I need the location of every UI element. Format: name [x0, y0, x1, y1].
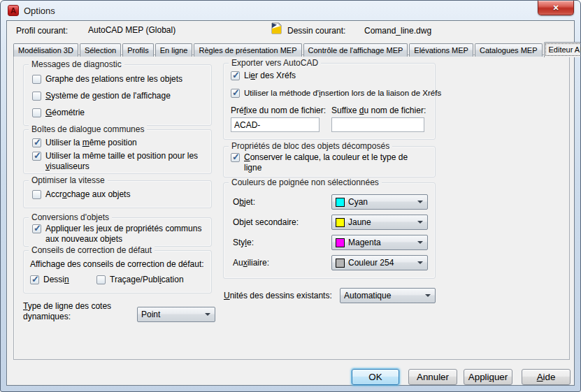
- hints-display-label: Affichage des conseils de correction de …: [30, 259, 207, 269]
- grip-color-row-auxiliaire: Auxiliaire: Couleur 254: [233, 255, 428, 270]
- titlebar[interactable]: A Options: [1, 1, 580, 20]
- checkbox-dessin[interactable]: Dessin: [30, 275, 96, 285]
- tab-en-ligne[interactable]: En ligne: [155, 43, 193, 57]
- checkbox-lier-xrefs[interactable]: Lier des Xréfs: [231, 71, 429, 81]
- objet-label: Objet:: [233, 197, 331, 207]
- objet-secondaire-color-select[interactable]: Jaune: [331, 215, 428, 230]
- suffix-label: Suffixe du nom de fichier:: [331, 106, 426, 115]
- tab-strip: Modélisation 3D Sélection Profils En lig…: [13, 41, 570, 57]
- checkbox-accrochage-objets[interactable]: Accrochage aux objets: [32, 189, 207, 200]
- tab-regles-presentation-mep[interactable]: Règles de présentation MEP: [194, 43, 301, 57]
- checkbox-box[interactable]: [32, 92, 41, 101]
- group-proprietes-bloc-decomposes: Propriétés de bloc des objets décomposés…: [223, 146, 436, 177]
- checkbox-label[interactable]: Graphe des relations entre les objets: [45, 74, 182, 85]
- group-couleurs-poignee: Couleurs de poignée non sélectionnées Ob…: [223, 182, 436, 279]
- group-exporter-vers-autocad: Exporter vers AutoCAD Lier des Xréfs Uti…: [223, 63, 436, 140]
- chevron-down-icon: [417, 241, 423, 244]
- units-row: Unités des dessins existants: Automatiqu…: [224, 288, 436, 303]
- grip-color-row-objet: Objet: Cyan: [233, 194, 428, 210]
- suffix-input[interactable]: [331, 117, 424, 132]
- checkbox-box[interactable]: [231, 89, 240, 98]
- cancel-button[interactable]: Annuler: [408, 369, 457, 385]
- checkbox-box[interactable]: [32, 224, 41, 233]
- close-button[interactable]: ✕: [538, 1, 574, 15]
- checkbox-meme-position[interactable]: Utiliser la même position: [32, 138, 207, 148]
- checkbox-box[interactable]: [32, 152, 41, 161]
- checkbox-box[interactable]: [32, 108, 41, 117]
- grip-color-row-objet-secondaire: Objet secondaire: Jaune: [233, 215, 428, 230]
- checkbox-box[interactable]: [32, 190, 41, 199]
- checkbox-label[interactable]: Conserver le calque, la couleur et le ty…: [244, 152, 420, 173]
- checkbox-appliquer-jeux-proprietes[interactable]: Appliquer les jeux de propriétés communs…: [32, 224, 207, 245]
- chevron-down-icon: [425, 294, 431, 297]
- checkbox-label[interactable]: Accrochage aux objets: [45, 189, 130, 200]
- checkbox-label[interactable]: Dessin: [43, 275, 69, 285]
- style-label: Style:: [233, 238, 331, 247]
- auxiliaire-label: Auxiliaire:: [233, 258, 331, 268]
- tab-profils[interactable]: Profils: [122, 43, 154, 57]
- group-boites-de-dialogue-communes: Boîtes de dialogue communes Utiliser la …: [23, 129, 212, 174]
- objet-secondaire-label: Objet secondaire:: [233, 217, 331, 227]
- checkbox-label[interactable]: Géométrie: [45, 108, 85, 118]
- combo-selected-value: Automatique: [344, 291, 422, 300]
- help-button[interactable]: Aide: [522, 369, 571, 385]
- checkbox-label[interactable]: Traçage/Publication: [110, 275, 184, 285]
- grip-color-row-style: Style: Magenta: [233, 235, 428, 250]
- checkbox-methode-insertion-xrefs[interactable]: Utiliser la méthode d'insertion lors de …: [231, 88, 429, 99]
- checkbox-label[interactable]: Appliquer les jeux de propriétés communs…: [45, 224, 207, 245]
- checkbox-box[interactable]: [32, 75, 41, 84]
- dynamic-dim-linetype-select[interactable]: Point: [137, 307, 215, 322]
- chevron-down-icon: [205, 313, 210, 316]
- group-optimiser-la-vitesse: Optimiser la vitesse Accrochage aux obje…: [23, 180, 212, 208]
- tab-catalogues-mep[interactable]: Catalogues MEP: [475, 43, 543, 57]
- current-drawing-label: Dessin courant:: [287, 26, 345, 36]
- combo-selected-value: Jaune: [348, 217, 414, 227]
- checkbox-box[interactable]: [231, 71, 240, 80]
- chevron-down-icon: [417, 261, 423, 264]
- color-swatch: [336, 198, 345, 207]
- group-title: Messages de diagnostic: [29, 59, 124, 69]
- tab-elevations-mep[interactable]: Elévations MEP: [409, 43, 473, 57]
- checkbox-label[interactable]: Utiliser la méthode d'insertion lors de …: [244, 88, 441, 99]
- tab-editeur-aec[interactable]: Editeur AEC: [544, 42, 581, 57]
- ok-button[interactable]: OK: [352, 369, 399, 385]
- group-conseils-correction-defaut: Conseils de correction de défaut Afficha…: [23, 250, 212, 293]
- auxiliaire-color-select[interactable]: Couleur 254: [331, 255, 428, 270]
- checkbox-box[interactable]: [96, 275, 106, 284]
- tab-page-editeur-aec: Messages de diagnostic Graphe des relati…: [13, 55, 570, 360]
- group-title: Propriétés de bloc des objets décomposés: [229, 141, 392, 151]
- objet-color-select[interactable]: Cyan: [331, 194, 428, 210]
- tab-controle-affichage-mep[interactable]: Contrôle de l'affichage MEP: [303, 43, 408, 57]
- style-color-select[interactable]: Magenta: [331, 235, 428, 250]
- color-swatch: [336, 218, 345, 227]
- checkbox-label[interactable]: Utiliser la même position: [45, 138, 137, 148]
- checkbox-label[interactable]: Lier des Xréfs: [244, 71, 296, 81]
- autocad-app-icon: A: [8, 5, 19, 16]
- tab-selection[interactable]: Sélection: [80, 43, 121, 57]
- apply-button[interactable]: Appliquer: [464, 369, 512, 385]
- checkbox-conserver-calque-couleur[interactable]: Conserver le calque, la couleur et le ty…: [231, 152, 431, 173]
- group-messages-de-diagnostic: Messages de diagnostic Graphe des relati…: [23, 64, 212, 126]
- close-icon: ✕: [552, 3, 559, 13]
- color-swatch: [336, 259, 345, 268]
- group-title: Couleurs de poignée non sélectionnées: [229, 177, 382, 187]
- combo-selected-value: Magenta: [348, 238, 414, 247]
- tab-modelisation-3d[interactable]: Modélisation 3D: [13, 43, 78, 57]
- checkbox-box[interactable]: [32, 138, 41, 147]
- units-select[interactable]: Automatique: [340, 288, 436, 303]
- checkbox-box[interactable]: [231, 153, 240, 162]
- checkbox-label[interactable]: Utiliser la même taille et position pour…: [45, 151, 207, 172]
- chevron-down-icon: [417, 221, 423, 224]
- checkbox-meme-taille-position[interactable]: Utiliser la même taille et position pour…: [32, 151, 207, 172]
- checkbox-geometrie[interactable]: Géométrie: [32, 108, 207, 118]
- group-title: Conversions d'objets: [29, 212, 112, 222]
- prefix-input[interactable]: [231, 117, 320, 132]
- combo-selected-value: Point: [141, 310, 201, 319]
- checkbox-tracage-publication[interactable]: Traçage/Publication: [96, 275, 184, 285]
- checkbox-label[interactable]: Système de gestion de l'affichage: [45, 91, 171, 101]
- checkbox-graphe-relations[interactable]: Graphe des relations entre les objets: [32, 74, 207, 85]
- checkbox-box[interactable]: [30, 275, 39, 284]
- window-title: Options: [24, 6, 55, 16]
- current-profile-label: Profil courant:: [16, 26, 68, 36]
- checkbox-systeme-gestion-affichage[interactable]: Système de gestion de l'affichage: [32, 91, 207, 101]
